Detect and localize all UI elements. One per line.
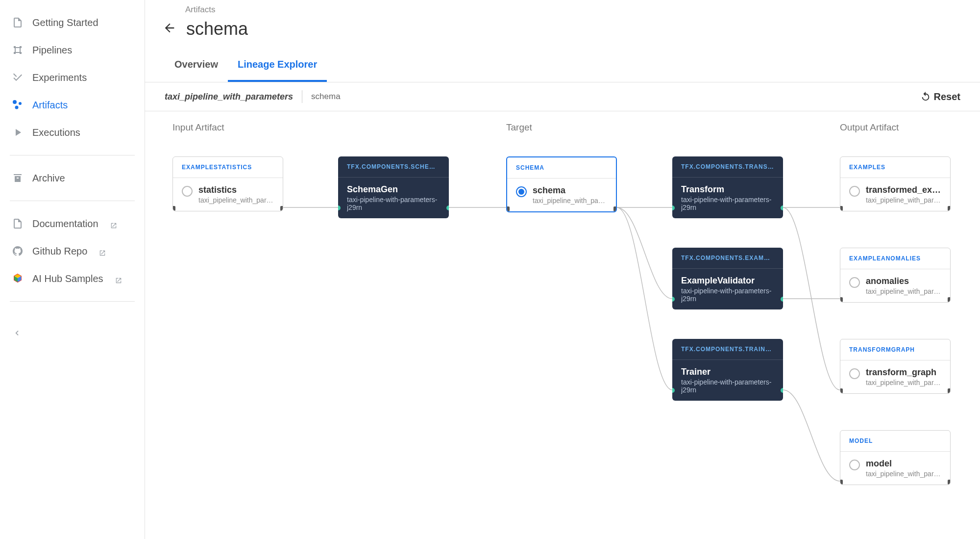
lineage-canvas[interactable]: Input Artifact Target Output Artifact EX… bbox=[145, 111, 980, 539]
card-out-transformgraph[interactable]: TRANSFORMGRAPH transform_graph taxi_pipe… bbox=[840, 339, 951, 394]
card-out-examples[interactable]: EXAMPLES transformed_examples taxi_pipel… bbox=[840, 156, 951, 211]
port bbox=[840, 480, 843, 485]
divider bbox=[10, 155, 135, 155]
tab-overview[interactable]: Overview bbox=[165, 49, 228, 82]
sidebar-item-archive[interactable]: Archive bbox=[0, 164, 145, 192]
card-subtitle: taxi_pipeline_with_parameters bbox=[866, 470, 941, 478]
port bbox=[948, 388, 951, 393]
tab-lineage-explorer[interactable]: Lineage Explorer bbox=[228, 49, 327, 82]
port bbox=[506, 206, 510, 211]
card-type: MODEL bbox=[849, 437, 941, 444]
divider bbox=[10, 201, 135, 201]
sidebar-label: Artifacts bbox=[32, 100, 68, 111]
back-arrow-icon[interactable] bbox=[163, 21, 176, 37]
card-title: anomalies bbox=[866, 276, 941, 286]
radio-icon[interactable] bbox=[849, 460, 860, 470]
sidebar-item-artifacts[interactable]: Artifacts bbox=[0, 91, 145, 119]
card-subtitle: taxi_pipeline_with_parameters bbox=[866, 287, 941, 295]
sidebar-item-documentation[interactable]: Documentation bbox=[0, 210, 145, 237]
card-title: SchemaGen bbox=[347, 184, 440, 195]
card-subtitle: taxi_pipeline_with_parameters bbox=[866, 196, 941, 204]
card-type: TFX.COMPONENTS.EXAMP… bbox=[681, 255, 774, 261]
column-header-output: Output Artifact bbox=[840, 122, 899, 133]
sidebar-item-github[interactable]: Github Repo bbox=[0, 237, 145, 265]
breadcrumb[interactable]: Artifacts bbox=[185, 5, 960, 15]
document-icon bbox=[12, 218, 24, 230]
radio-icon[interactable] bbox=[182, 186, 193, 197]
column-header-input: Input Artifact bbox=[172, 122, 224, 133]
sidebar-label: Experiments bbox=[32, 72, 87, 83]
card-type: EXAMPLESTATISTICS bbox=[182, 164, 274, 171]
card-subtitle: taxi_pipeline_with_parameters bbox=[198, 196, 274, 204]
artifacts-icon bbox=[12, 99, 24, 111]
sidebar-item-pipelines[interactable]: Pipelines bbox=[0, 36, 145, 64]
card-title: Transform bbox=[681, 184, 774, 195]
card-subtitle: taxi-pipeline-with-parameters-j29rn bbox=[681, 378, 774, 394]
external-link-icon bbox=[110, 220, 117, 227]
pipeline-name: taxi_pipeline_with_parameters bbox=[165, 92, 293, 102]
card-target-schema[interactable]: SCHEMA schema taxi_pipeline_with_paramet… bbox=[506, 156, 617, 212]
sidebar-label: Documentation bbox=[32, 218, 98, 230]
port bbox=[948, 480, 951, 485]
executions-icon bbox=[12, 127, 24, 138]
sidebar-label: Archive bbox=[32, 173, 65, 184]
card-subtitle: taxi-pipeline-with-parameters-j29rn bbox=[681, 196, 774, 211]
card-title: transformed_examples bbox=[866, 185, 941, 195]
card-out-anomalies[interactable]: EXAMPLEANOMALIES anomalies taxi_pipeline… bbox=[840, 248, 951, 303]
port bbox=[280, 206, 283, 211]
sidebar-item-getting-started[interactable]: Getting Started bbox=[0, 9, 145, 36]
sidebar-label: Executions bbox=[32, 127, 80, 138]
archive-icon bbox=[12, 172, 24, 184]
port bbox=[840, 206, 843, 211]
card-type: EXAMPLEANOMALIES bbox=[849, 255, 941, 262]
sidebar: Getting Started Pipelines Experiments Ar… bbox=[0, 0, 145, 539]
card-subtitle: taxi_pipeline_with_parameters bbox=[533, 197, 607, 205]
reset-button[interactable]: Reset bbox=[920, 91, 960, 103]
sidebar-item-aihub[interactable]: AI Hub Samples bbox=[0, 265, 145, 292]
port bbox=[172, 206, 175, 211]
card-subtitle: taxi-pipeline-with-parameters-j29rn bbox=[681, 287, 774, 303]
experiments-icon bbox=[12, 72, 24, 83]
document-icon bbox=[12, 17, 24, 28]
card-out-model[interactable]: MODEL model taxi_pipeline_with_parameter… bbox=[840, 430, 951, 485]
card-transform[interactable]: TFX.COMPONENTS.TRANSF… Transform taxi-pi… bbox=[672, 156, 783, 218]
card-type: TFX.COMPONENTS.TRAINE… bbox=[681, 346, 774, 353]
reset-label: Reset bbox=[934, 91, 960, 103]
sidebar-item-executions[interactable]: Executions bbox=[0, 119, 145, 146]
card-trainer[interactable]: TFX.COMPONENTS.TRAINE… Trainer taxi-pipe… bbox=[672, 339, 783, 401]
collapse-sidebar-button[interactable] bbox=[0, 320, 145, 348]
artifact-name: schema bbox=[311, 92, 341, 102]
card-example-validator[interactable]: TFX.COMPONENTS.EXAMP… ExampleValidator t… bbox=[672, 248, 783, 309]
sidebar-item-experiments[interactable]: Experiments bbox=[0, 64, 145, 91]
card-title: statistics bbox=[198, 185, 274, 195]
port bbox=[840, 388, 843, 393]
github-icon bbox=[12, 245, 24, 257]
port bbox=[948, 297, 951, 302]
card-type: SCHEMA bbox=[516, 164, 607, 171]
port bbox=[613, 206, 617, 211]
external-link-icon bbox=[115, 275, 122, 282]
card-title: ExampleValidator bbox=[681, 276, 774, 286]
port bbox=[948, 206, 951, 211]
sidebar-label: Pipelines bbox=[32, 45, 72, 56]
radio-icon[interactable] bbox=[849, 368, 860, 379]
card-schemagen[interactable]: TFX.COMPONENTS.SCHEM… SchemaGen taxi-pip… bbox=[338, 156, 449, 218]
card-subtitle: taxi-pipeline-with-parameters-j29rn bbox=[347, 196, 440, 211]
card-type: TFX.COMPONENTS.SCHEM… bbox=[347, 163, 440, 170]
port bbox=[781, 388, 783, 393]
tabs: Overview Lineage Explorer bbox=[145, 49, 980, 82]
card-title: schema bbox=[533, 185, 607, 196]
sidebar-label: AI Hub Samples bbox=[32, 273, 103, 284]
card-type: TRANSFORMGRAPH bbox=[849, 346, 941, 353]
separator bbox=[302, 90, 302, 103]
external-link-icon bbox=[99, 248, 106, 255]
radio-icon[interactable] bbox=[849, 186, 860, 197]
divider bbox=[10, 301, 135, 302]
card-input-artifact[interactable]: EXAMPLESTATISTICS statistics taxi_pipeli… bbox=[172, 156, 283, 211]
radio-icon[interactable] bbox=[516, 186, 527, 197]
subbar: taxi_pipeline_with_parameters schema Res… bbox=[145, 82, 980, 111]
port bbox=[781, 205, 783, 210]
radio-icon[interactable] bbox=[849, 277, 860, 288]
svg-point-1 bbox=[19, 102, 22, 105]
header: Artifacts schema bbox=[145, 0, 980, 49]
